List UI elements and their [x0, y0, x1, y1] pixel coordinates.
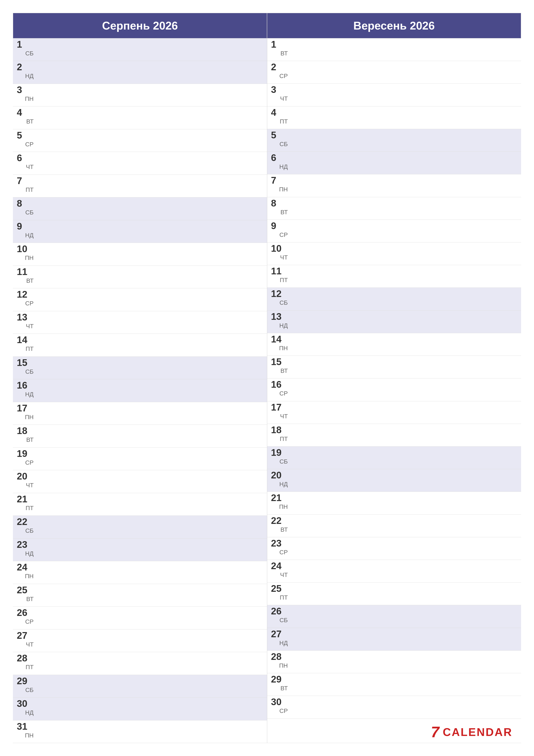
day-number: 28 [17, 653, 32, 663]
day-row: 26 СР [13, 607, 267, 629]
day-content: 30 СР [271, 697, 288, 715]
day-content: 15 ВТ [271, 357, 288, 375]
day-label: ЧТ [280, 572, 288, 579]
month2-title: Вересень 2026 [353, 19, 435, 32]
day-row: 19 СР [13, 447, 267, 470]
day-number: 1 [17, 40, 32, 49]
day-row: 7 ПН [267, 174, 521, 197]
day-content: 22 ВТ [271, 516, 288, 534]
day-label: СР [25, 460, 34, 467]
day-content: 23 СР [271, 539, 288, 556]
day-content: 7 ПТ [17, 176, 34, 194]
day-row: 24 ПН [13, 561, 267, 584]
day-number: 29 [17, 676, 32, 686]
day-label: СБ [279, 300, 288, 307]
day-content: 12 СБ [271, 289, 288, 307]
day-number: 17 [271, 403, 286, 412]
day-number: 1 [271, 40, 286, 49]
day-content: 22 СБ [17, 517, 34, 535]
day-label: ВТ [26, 437, 34, 444]
day-label: СР [279, 549, 288, 556]
day-row: 15 ВТ [267, 356, 521, 378]
day-row: 4 ПТ [267, 106, 521, 129]
day-row: 25 ПТ [267, 582, 521, 605]
day-label: СР [25, 141, 34, 148]
day-content: 19 СР [17, 449, 34, 467]
day-row: 12 СР [13, 288, 267, 311]
day-row: 22 СБ [13, 516, 267, 538]
brand-text: CALENDAR [443, 726, 513, 739]
day-content: 1 СБ [17, 40, 34, 57]
day-content: 27 ЧТ [17, 631, 34, 648]
day-label: СБ [25, 687, 34, 694]
day-content: 5 СБ [271, 130, 288, 148]
day-number: 24 [17, 562, 32, 572]
month2-header: Вересень 2026 [267, 13, 521, 39]
day-number: 7 [17, 176, 32, 186]
day-content: 26 СР [17, 608, 34, 626]
day-content: 11 ПТ [271, 266, 288, 284]
day-number: 8 [17, 199, 32, 208]
day-number: 30 [271, 697, 286, 707]
day-number: 10 [17, 244, 32, 254]
day-content: 31 ПН [17, 722, 34, 740]
day-row: 30 НД [13, 698, 267, 720]
day-row: 1 СБ [13, 39, 267, 61]
day-label: ПТ [26, 346, 34, 353]
day-label: ЧТ [26, 164, 34, 171]
day-content: 12 СР [17, 290, 34, 307]
day-number: 2 [17, 62, 32, 72]
day-row: 23 НД [13, 539, 267, 561]
day-row: 16 НД [13, 379, 267, 402]
day-number: 19 [271, 448, 286, 457]
day-label: НД [25, 551, 34, 557]
day-label: НД [279, 323, 288, 330]
day-content: 27 НД [271, 629, 288, 647]
day-label: ЧТ [280, 413, 288, 420]
day-content: 2 НД [17, 62, 34, 80]
day-number: 11 [271, 266, 286, 276]
day-label: ЧТ [26, 482, 34, 489]
day-row: 5 СБ [267, 129, 521, 152]
day-content: 13 НД [271, 312, 288, 330]
day-number: 10 [271, 244, 286, 253]
day-number: 22 [17, 517, 32, 526]
day-number: 23 [17, 540, 32, 549]
day-label: НД [25, 710, 34, 716]
day-number: 24 [271, 561, 286, 571]
day-row: 12 СБ [267, 288, 521, 310]
day-content: 9 НД [17, 222, 34, 239]
day-content: 17 ЧТ [271, 403, 288, 420]
day-row: 29 ВТ [267, 673, 521, 696]
day-label: НД [25, 392, 34, 398]
day-label: НД [279, 640, 288, 647]
day-content: 28 ПН [271, 652, 288, 670]
day-label: ПН [25, 96, 34, 103]
day-row: 26 СБ [267, 605, 521, 628]
day-number: 27 [271, 629, 286, 639]
day-row: 4 ВТ [13, 106, 267, 129]
day-number: 31 [17, 722, 32, 731]
day-row: 27 НД [267, 628, 521, 651]
day-row: 15 СБ [13, 357, 267, 379]
day-number: 21 [271, 493, 286, 502]
day-row: 20 ЧТ [13, 470, 267, 493]
day-content: 2 СР [271, 62, 288, 80]
day-label: ЧТ [280, 96, 288, 103]
day-number: 11 [17, 267, 32, 277]
day-row: 3 ПН [13, 84, 267, 106]
day-row: 21 ПТ [13, 493, 267, 516]
day-row: 31 ПН [13, 720, 267, 743]
day-row: 21 ПН [267, 492, 521, 514]
day-row: 6 ЧТ [13, 152, 267, 175]
day-content: 24 ЧТ [271, 561, 288, 579]
calendar-page: Серпень 2026 Вересень 2026 1 СБ 2 НД 3 П… [0, 0, 534, 756]
day-row: 13 НД [267, 310, 521, 333]
day-row: 14 ПТ [13, 334, 267, 357]
day-number: 19 [17, 449, 32, 458]
day-label: СР [25, 619, 34, 626]
day-content: 29 СБ [17, 676, 34, 694]
day-row: 23 СР [267, 537, 521, 560]
month2-column: 1 ВТ 2 СР 3 ЧТ 4 ПТ 5 СБ 6 НД 7 ПН 8 [267, 39, 521, 743]
day-row: 18 ПТ [267, 424, 521, 446]
